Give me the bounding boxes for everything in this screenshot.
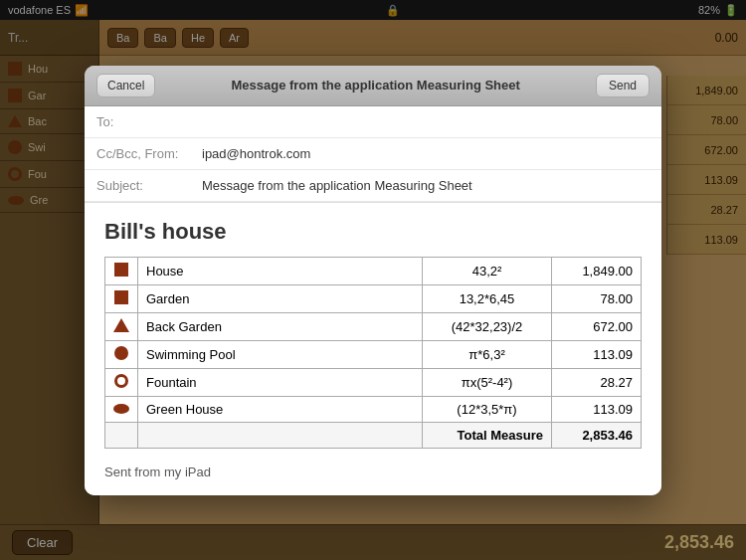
send-button[interactable]: Send (596, 74, 650, 97)
shape-cell (105, 312, 138, 340)
formula-cell: 43,2² (423, 257, 552, 284)
shape-cell (105, 396, 138, 422)
value-cell: 78.00 (552, 284, 642, 312)
total-label-cell (138, 422, 423, 448)
formula-cell: πx(5²-4²) (423, 368, 552, 396)
value-cell: 113.09 (552, 396, 642, 422)
table-row: Green House(12*3,5*π)113.09 (105, 396, 642, 422)
formula-cell: 13,2*6,45 (423, 284, 552, 312)
ellipse-icon (113, 404, 129, 414)
subject-field-row: Subject: Message from the application Me… (85, 170, 661, 202)
modal-body: Bill's house House43,2²1,849.00Garden13,… (85, 203, 661, 495)
ccbcc-value: ipad@hontrok.com (202, 146, 310, 161)
shape-cell (105, 284, 138, 312)
subject-value: Message from the application Measuring S… (202, 178, 472, 193)
measure-table: House43,2²1,849.00Garden13,2*6,4578.00Ba… (104, 257, 642, 449)
total-row: Total Measure 2,853.46 (105, 422, 642, 448)
total-measure-label: Total Measure (423, 422, 552, 448)
total-icon-cell (105, 422, 138, 448)
sent-text: Sent from my iPad (104, 465, 642, 479)
name-cell: Fountain (138, 368, 423, 396)
modal-overlay: Cancel Message from the application Meas… (0, 0, 746, 560)
value-cell: 1,849.00 (552, 257, 642, 284)
name-cell: Green House (138, 396, 423, 422)
value-cell: 28.27 (552, 368, 642, 396)
email-modal: Cancel Message from the application Meas… (85, 66, 661, 495)
ring-icon (114, 374, 128, 388)
table-row: Swimming Poolπ*6,3²113.09 (105, 340, 642, 368)
triangle-icon (113, 318, 129, 332)
table-row: Fountainπx(5²-4²)28.27 (105, 368, 642, 396)
shape-cell (105, 368, 138, 396)
formula-cell: π*6,3² (423, 340, 552, 368)
value-cell: 672.00 (552, 312, 642, 340)
name-cell: Back Garden (138, 312, 423, 340)
to-field-row: To: (85, 106, 661, 138)
name-cell: Swimming Pool (138, 340, 423, 368)
doc-title: Bill's house (104, 219, 642, 245)
shape-cell (105, 340, 138, 368)
modal-fields: To: Cc/Bcc, From: ipad@hontrok.com Subje… (85, 106, 661, 203)
cancel-button[interactable]: Cancel (96, 74, 155, 97)
ccbcc-label: Cc/Bcc, From: (96, 146, 196, 161)
total-value-cell: 2,853.46 (552, 422, 642, 448)
table-row: Garden13,2*6,4578.00 (105, 284, 642, 312)
to-label: To: (96, 114, 196, 129)
shape-cell (105, 257, 138, 284)
formula-cell: (42*32,23)/2 (423, 312, 552, 340)
table-row: House43,2²1,849.00 (105, 257, 642, 284)
name-cell: House (138, 257, 423, 284)
ccbcc-field-row: Cc/Bcc, From: ipad@hontrok.com (85, 138, 661, 170)
formula-cell: (12*3,5*π) (423, 396, 552, 422)
table-row: Back Garden(42*32,23)/2672.00 (105, 312, 642, 340)
modal-title: Message from the application Measuring S… (155, 78, 596, 93)
modal-header: Cancel Message from the application Meas… (85, 66, 661, 106)
circle-icon (114, 346, 128, 360)
value-cell: 113.09 (552, 340, 642, 368)
square-icon (114, 263, 128, 277)
name-cell: Garden (138, 284, 423, 312)
subject-label: Subject: (96, 178, 196, 193)
square-icon (114, 290, 128, 304)
